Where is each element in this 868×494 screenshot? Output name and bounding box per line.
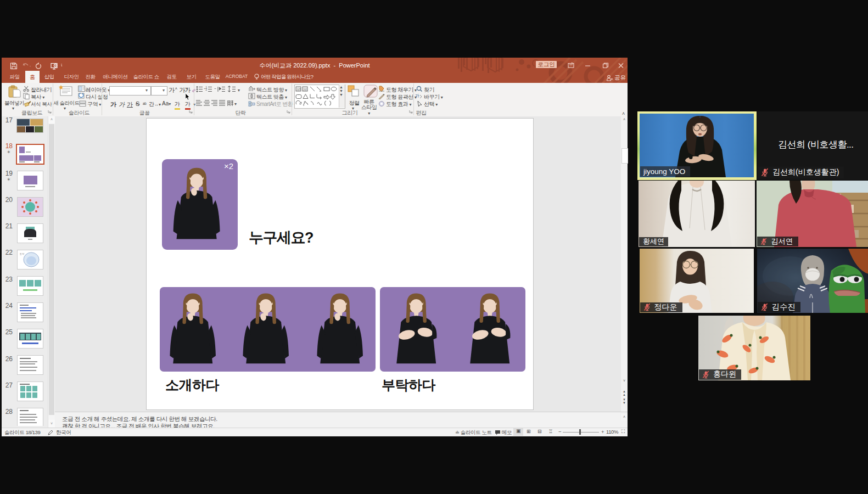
svg-text:▾: ▾ — [234, 102, 237, 106]
svg-text:가: 가 — [415, 93, 419, 98]
svg-text:요약: 요약 — [20, 252, 24, 255]
svg-text:2: 2 — [206, 88, 208, 91]
svg-text:가?: 가? — [296, 88, 301, 91]
svg-text:가!: 가! — [303, 88, 306, 91]
svg-text:▾: ▾ — [238, 88, 240, 93]
